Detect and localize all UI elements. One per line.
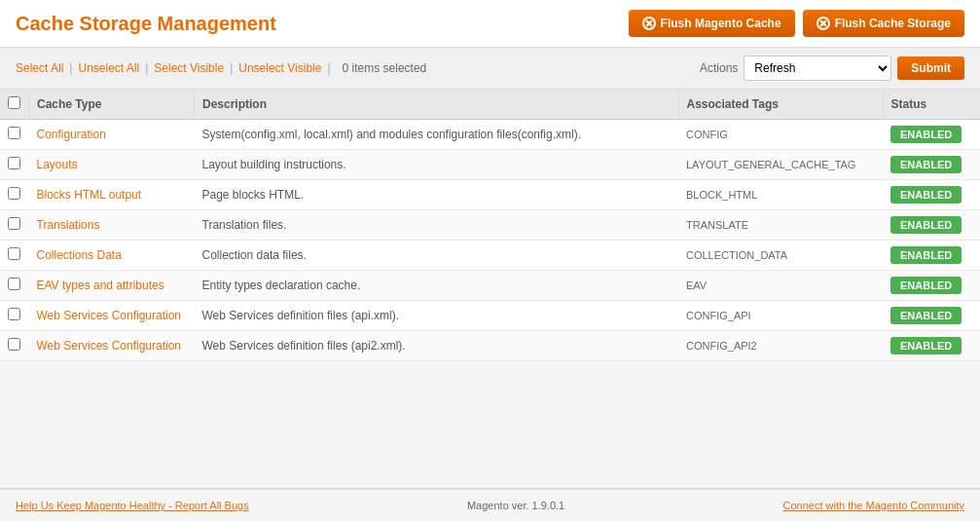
row-checkbox[interactable] <box>8 278 20 290</box>
row-status-cell: ENABLED <box>883 271 980 301</box>
table-row: Web Services Configuration Web Services … <box>0 301 980 331</box>
page-title: Cache Storage Management <box>16 13 276 35</box>
select-visible-link[interactable]: Select Visible <box>154 61 224 75</box>
status-badge: ENABLED <box>890 126 962 143</box>
row-checkbox-cell <box>0 301 29 331</box>
row-checkbox[interactable] <box>8 217 20 230</box>
row-cache-type: Web Services Configuration <box>29 301 195 331</box>
cache-type-link[interactable]: Collections Data <box>37 248 122 262</box>
status-badge: ENABLED <box>890 156 962 173</box>
table-row: Translations Translation files. TRANSLAT… <box>0 210 980 241</box>
row-checkbox[interactable] <box>8 247 20 260</box>
toolbar-left: Select All | Unselect All | Select Visib… <box>16 61 426 75</box>
row-checkbox-cell <box>0 331 29 361</box>
flush-magento-cache-button[interactable]: Flush Magento Cache <box>629 10 795 37</box>
status-badge: ENABLED <box>890 246 962 264</box>
row-status-cell: ENABLED <box>883 301 980 331</box>
cache-table: Cache Type Description Associated Tags S… <box>0 90 980 361</box>
separator-1: | <box>69 61 72 75</box>
status-badge: ENABLED <box>890 307 962 324</box>
table-row: Blocks HTML output Page blocks HTML. BLO… <box>0 180 980 210</box>
row-tag: COLLECTION_DATA <box>678 241 883 271</box>
row-description: Web Services definition files (api2.xml)… <box>195 331 679 361</box>
row-checkbox[interactable] <box>8 338 20 351</box>
submit-button[interactable]: Submit <box>897 56 964 80</box>
row-tag: TRANSLATE <box>678 210 883 241</box>
status-badge: ENABLED <box>890 277 962 294</box>
row-tag: CONFIG_API2 <box>678 331 883 361</box>
row-status-cell: ENABLED <box>883 150 980 180</box>
cache-type-link[interactable]: Layouts <box>37 158 78 171</box>
row-checkbox[interactable] <box>8 127 20 139</box>
toolbar: Select All | Unselect All | Select Visib… <box>0 48 980 90</box>
row-checkbox[interactable] <box>8 308 20 320</box>
row-checkbox[interactable] <box>8 157 20 169</box>
row-description: Entity types declaration cache. <box>195 271 679 301</box>
row-checkbox-cell <box>0 180 29 210</box>
cache-type-link[interactable]: Translations <box>37 218 100 232</box>
row-status-cell: ENABLED <box>883 241 980 271</box>
flush-magento-icon <box>642 17 656 30</box>
status-badge: ENABLED <box>890 216 962 234</box>
main-content: Cache Type Description Associated Tags S… <box>0 90 980 361</box>
row-checkbox-cell <box>0 150 29 180</box>
row-tag: EAV <box>678 271 883 301</box>
row-cache-type: Web Services Configuration <box>29 331 195 361</box>
header-buttons: Flush Magento Cache Flush Cache Storage <box>629 10 964 37</box>
col-header-checkbox <box>0 90 29 120</box>
status-badge: ENABLED <box>890 337 962 354</box>
select-all-link[interactable]: Select All <box>16 61 63 75</box>
select-all-checkbox[interactable] <box>8 96 20 109</box>
col-header-cache-type: Cache Type <box>29 90 195 120</box>
cache-type-link[interactable]: Web Services Configuration <box>37 339 182 353</box>
table-row: Collections Data Collection data files. … <box>0 241 980 271</box>
row-cache-type: Configuration <box>29 120 195 150</box>
row-tag: CONFIG <box>678 120 883 150</box>
row-cache-type: Layouts <box>29 150 195 180</box>
col-header-status: Status <box>883 90 980 120</box>
row-checkbox-cell <box>0 210 29 241</box>
row-description: Translation files. <box>195 210 679 241</box>
row-checkbox[interactable] <box>8 187 20 200</box>
cache-type-link[interactable]: Configuration <box>37 128 106 141</box>
status-badge: ENABLED <box>890 186 962 204</box>
row-description: Page blocks HTML. <box>195 180 679 210</box>
separator-2: | <box>145 61 148 75</box>
top-header: Cache Storage Management Flush Magento C… <box>0 0 980 48</box>
row-checkbox-cell <box>0 271 29 301</box>
unselect-all-link[interactable]: Unselect All <box>78 61 139 75</box>
actions-select[interactable]: Refresh Enable Disable Refresh Flush Mag… <box>744 56 891 81</box>
col-header-tags: Associated Tags <box>678 90 883 120</box>
separator-3: | <box>230 61 233 75</box>
row-description: Web Services definition files (api.xml). <box>195 301 679 331</box>
items-selected-label: 0 items selected <box>343 61 427 75</box>
cache-type-link[interactable]: EAV types and attributes <box>37 279 164 292</box>
flush-storage-icon <box>817 17 830 30</box>
row-cache-type: EAV types and attributes <box>29 271 195 301</box>
row-status-cell: ENABLED <box>883 210 980 241</box>
table-row: Layouts Layout building instructions. LA… <box>0 150 980 180</box>
col-header-description: Description <box>195 90 679 120</box>
row-cache-type: Translations <box>29 210 195 241</box>
table-row: EAV types and attributes Entity types de… <box>0 271 980 301</box>
row-tag: CONFIG_API <box>678 301 883 331</box>
cache-type-link[interactable]: Blocks HTML output <box>37 188 142 202</box>
row-description: Layout building instructions. <box>195 150 679 180</box>
cache-type-link[interactable]: Web Services Configuration <box>37 309 182 322</box>
table-header-row: Cache Type Description Associated Tags S… <box>0 90 980 120</box>
separator-4: | <box>327 61 330 75</box>
flush-cache-storage-button[interactable]: Flush Cache Storage <box>803 10 964 37</box>
row-checkbox-cell <box>0 241 29 271</box>
row-cache-type: Collections Data <box>29 241 195 271</box>
row-checkbox-cell <box>0 120 29 150</box>
table-row: Web Services Configuration Web Services … <box>0 331 980 361</box>
row-description: System(config.xml, local.xml) and module… <box>195 120 679 150</box>
row-status-cell: ENABLED <box>883 180 980 210</box>
row-cache-type: Blocks HTML output <box>29 180 195 210</box>
row-tag: LAYOUT_GENERAL_CACHE_TAG <box>678 150 883 180</box>
row-tag: BLOCK_HTML <box>678 180 883 210</box>
table-row: Configuration System(config.xml, local.x… <box>0 120 980 150</box>
row-description: Collection data files. <box>195 241 679 271</box>
toolbar-right: Actions Refresh Enable Disable Refresh F… <box>700 56 964 81</box>
unselect-visible-link[interactable]: Unselect Visible <box>238 61 321 75</box>
